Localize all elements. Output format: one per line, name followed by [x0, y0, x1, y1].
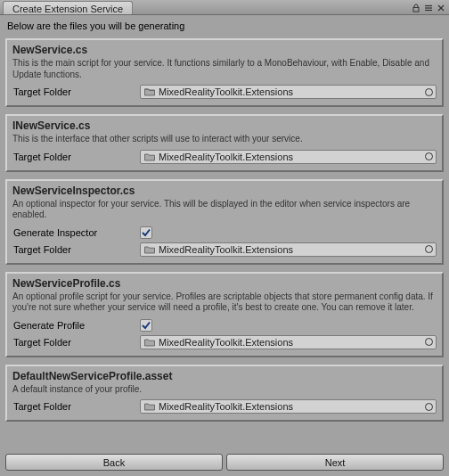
panel-default-asset: DefaultNewServiceProfile.asset A default…: [5, 365, 444, 423]
panel-desc: This is the interface that other scripts…: [12, 134, 437, 145]
panel-new-service: NewService.cs This is the main script fo…: [5, 38, 444, 107]
object-picker-icon[interactable]: [424, 245, 433, 254]
target-folder-row: Target Folder MixedRealityToolkit.Extens…: [12, 398, 437, 414]
target-folder-row: Target Folder MixedRealityToolkit.Extens…: [12, 149, 437, 165]
object-picker-icon[interactable]: [424, 402, 433, 411]
object-picker-icon[interactable]: [424, 87, 433, 96]
target-folder-label: Target Folder: [12, 337, 140, 348]
target-folder-label: Target Folder: [12, 86, 140, 97]
back-button[interactable]: Back: [5, 454, 223, 471]
panel-desc: An optional inspector for your service. …: [12, 199, 437, 221]
target-folder-field[interactable]: MixedRealityToolkit.Extensions: [140, 85, 437, 99]
target-folder-label: Target Folder: [12, 244, 140, 255]
generate-inspector-checkbox[interactable]: [140, 226, 152, 239]
next-button[interactable]: Next: [226, 454, 444, 471]
panel-desc: A default instance of your profile.: [12, 384, 437, 396]
object-picker-icon[interactable]: [424, 338, 433, 347]
close-icon[interactable]: [437, 4, 445, 12]
target-folder-field[interactable]: MixedRealityToolkit.Extensions: [140, 242, 437, 257]
panel-desc: This is the main script for your service…: [12, 58, 437, 80]
object-picker-icon[interactable]: [424, 152, 433, 161]
generate-profile-label: Generate Profile: [12, 320, 140, 331]
panel-title: NewServiceProfile.cs: [12, 277, 437, 290]
panel-title: DefaultNewServiceProfile.asset: [12, 370, 437, 382]
window-controls: [408, 0, 449, 14]
target-folder-value: MixedRealityToolkit.Extensions: [159, 152, 293, 162]
titlebar: Create Extension Service: [0, 0, 449, 15]
generate-inspector-row: Generate Inspector: [12, 225, 437, 241]
svg-rect-0: [413, 7, 419, 12]
generate-inspector-label: Generate Inspector: [12, 227, 140, 238]
panel-title: INewService.cs: [12, 119, 437, 132]
target-folder-row: Target Folder MixedRealityToolkit.Extens…: [12, 242, 437, 258]
target-folder-label: Target Folder: [12, 401, 140, 412]
target-folder-field[interactable]: MixedRealityToolkit.Extensions: [140, 335, 437, 349]
folder-icon: [144, 338, 155, 347]
generate-profile-checkbox[interactable]: [140, 319, 152, 332]
target-folder-field[interactable]: MixedRealityToolkit.Extensions: [140, 399, 437, 414]
folder-icon: [144, 87, 155, 96]
intro-text: Below are the files you will be generati…: [0, 15, 449, 38]
target-folder-value: MixedRealityToolkit.Extensions: [159, 401, 293, 412]
panel-inspector: NewServiceInspector.cs An optional inspe…: [5, 179, 444, 265]
target-folder-value: MixedRealityToolkit.Extensions: [159, 244, 293, 255]
panel-title: NewService.cs: [12, 44, 437, 56]
panel-inew-service: INewService.cs This is the interface tha…: [5, 114, 444, 172]
folder-icon: [144, 152, 155, 161]
panel-profile: NewServiceProfile.cs An optional profile…: [5, 272, 444, 357]
folder-icon: [144, 402, 155, 411]
back-button-label: Back: [103, 457, 125, 468]
menu-icon[interactable]: [424, 4, 433, 12]
window-title: Create Extension Service: [12, 4, 123, 14]
folder-icon: [144, 245, 155, 254]
panel-title: NewServiceInspector.cs: [12, 185, 437, 197]
target-folder-value: MixedRealityToolkit.Extensions: [159, 86, 293, 97]
lock-icon[interactable]: [412, 4, 420, 12]
bottom-bar: Back Next: [5, 454, 444, 471]
target-folder-value: MixedRealityToolkit.Extensions: [159, 337, 293, 348]
window-tab[interactable]: Create Extension Service: [3, 1, 133, 14]
target-folder-row: Target Folder MixedRealityToolkit.Extens…: [12, 334, 437, 350]
target-folder-row: Target Folder MixedRealityToolkit.Extens…: [12, 84, 437, 100]
target-folder-field[interactable]: MixedRealityToolkit.Extensions: [140, 150, 437, 164]
next-button-label: Next: [325, 457, 346, 468]
target-folder-label: Target Folder: [12, 152, 140, 162]
panel-desc: An optional profile script for your serv…: [12, 291, 437, 314]
generate-profile-row: Generate Profile: [12, 317, 437, 333]
